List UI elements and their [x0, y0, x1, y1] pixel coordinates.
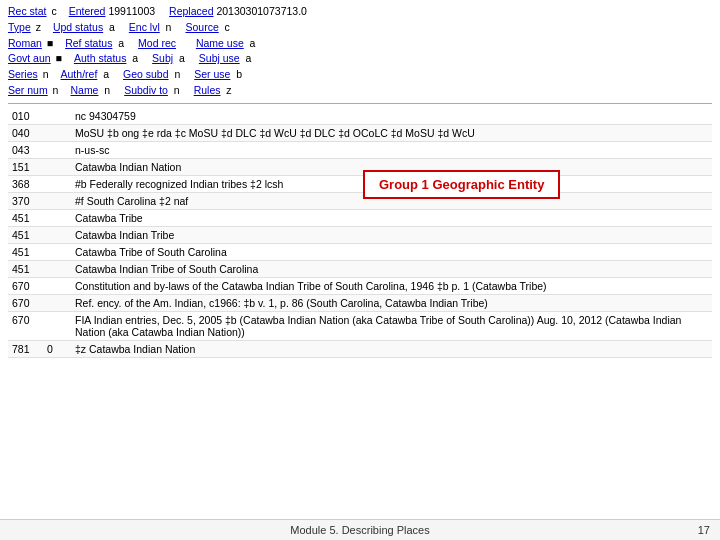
- table-row: 670Constitution and by-laws of the Cataw…: [8, 277, 712, 294]
- roman-cell: Roman ■: [8, 36, 53, 52]
- table-row: 670Ref. ency. of the Am. Indian, c1966: …: [8, 294, 712, 311]
- type-label[interactable]: Type: [8, 20, 31, 36]
- tag-cell: 670: [8, 277, 43, 294]
- govt-aun-value: ■: [53, 51, 62, 67]
- data-rows-section: 010nc 94304759040MoSU ‡b ong ‡e rda ‡c M…: [8, 108, 712, 358]
- divider: [8, 103, 712, 104]
- ser-num-label[interactable]: Ser num: [8, 83, 48, 99]
- auth-ref-value: a: [100, 68, 109, 80]
- enc-lvl-label[interactable]: Enc lvl: [129, 21, 160, 33]
- content-cell: ‡z Catawba Indian Nation: [71, 340, 712, 357]
- content-cell: Catawba Indian Tribe: [71, 226, 712, 243]
- main-container: Rec stat c Entered 19911003 Replaced 201…: [0, 0, 720, 540]
- subj-cell: Subj a: [152, 51, 185, 67]
- replaced-cell: Replaced 20130301073713.0: [169, 4, 307, 20]
- subdiv-to-label[interactable]: Subdiv to: [124, 84, 168, 96]
- roman-value: ■: [44, 36, 53, 52]
- source-cell: Source c: [185, 20, 229, 36]
- ind1-cell: [43, 175, 57, 192]
- auth-status-value: a: [129, 52, 138, 64]
- content-cell: Constitution and by-laws of the Catawba …: [71, 277, 712, 294]
- ref-status-label[interactable]: Ref status: [65, 37, 112, 49]
- entered-cell: Entered 19911003: [69, 4, 155, 20]
- subdiv-to-value: n: [171, 84, 180, 96]
- rec-stat-label[interactable]: Rec stat: [8, 4, 47, 20]
- source-label[interactable]: Source: [185, 21, 218, 33]
- rules-label[interactable]: Rules: [194, 84, 221, 96]
- table-row: 040MoSU ‡b ong ‡e rda ‡c MoSU ‡d DLC ‡d …: [8, 124, 712, 141]
- table-row: 451Catawba Tribe of South Carolina: [8, 243, 712, 260]
- ind1-cell: [43, 243, 57, 260]
- series-label[interactable]: Series: [8, 67, 38, 83]
- ind2-cell: [57, 141, 71, 158]
- ind2-cell: [57, 277, 71, 294]
- tag-cell: 670: [8, 294, 43, 311]
- meta-row-5: Series n Auth/ref a Geo subd n Ser use b: [8, 67, 712, 83]
- subdiv-to-cell: Subdiv to n: [124, 83, 179, 99]
- subj-label[interactable]: Subj: [152, 52, 173, 64]
- table-row: 151Catawba Indian Nation: [8, 158, 712, 175]
- ind2-cell: [57, 243, 71, 260]
- ind2-cell: [57, 124, 71, 141]
- name-use-cell: Name use a: [196, 36, 256, 52]
- ser-use-cell: Ser use b: [194, 67, 242, 83]
- replaced-value: 20130301073713.0: [216, 5, 307, 17]
- upd-status-label[interactable]: Upd status: [53, 21, 103, 33]
- ind1-cell: [43, 209, 57, 226]
- footer-right: 17: [630, 524, 710, 536]
- subj-use-value: a: [243, 52, 252, 64]
- subj-use-cell: Subj use a: [199, 51, 252, 67]
- tag-cell: 781: [8, 340, 43, 357]
- tag-cell: 451: [8, 260, 43, 277]
- tag-cell: 670: [8, 311, 43, 340]
- entered-label[interactable]: Entered: [69, 5, 106, 17]
- table-row: 451Catawba Indian Tribe: [8, 226, 712, 243]
- govt-aun-cell: Govt aun ■: [8, 51, 62, 67]
- ind1-cell: [43, 294, 57, 311]
- roman-label[interactable]: Roman: [8, 36, 42, 52]
- table-row: 451Catawba Tribe: [8, 209, 712, 226]
- govt-aun-label[interactable]: Govt aun: [8, 51, 51, 67]
- geo-subd-label[interactable]: Geo subd: [123, 68, 169, 80]
- auth-status-label[interactable]: Auth status: [74, 52, 127, 64]
- ser-use-label[interactable]: Ser use: [194, 68, 230, 80]
- upd-status-cell: Upd status a: [53, 20, 115, 36]
- content-cell: MoSU ‡b ong ‡e rda ‡c MoSU ‡d DLC ‡d WcU…: [71, 124, 712, 141]
- group-geographic-entity-tooltip: Group 1 Geographic Entity: [363, 170, 560, 199]
- geo-subd-value: n: [171, 68, 180, 80]
- ind1-cell: [43, 260, 57, 277]
- rules-value: z: [223, 84, 231, 96]
- meta-row-6: Ser num n Name n Subdiv to n Rules z: [8, 83, 712, 99]
- name-use-label[interactable]: Name use: [196, 37, 244, 49]
- name-label[interactable]: Name: [70, 84, 98, 96]
- table-row: 043n-us-sc: [8, 141, 712, 158]
- ind1-cell: 0: [43, 340, 57, 357]
- auth-ref-label[interactable]: Auth/ref: [61, 68, 98, 80]
- ref-status-value: a: [115, 37, 124, 49]
- entered-value: 19911003: [108, 5, 155, 17]
- ind1-cell: [43, 124, 57, 141]
- ser-use-value: b: [233, 68, 242, 80]
- tag-cell: 368: [8, 175, 43, 192]
- type-value: z: [33, 20, 41, 36]
- tag-cell: 040: [8, 124, 43, 141]
- table-row: 010nc 94304759: [8, 108, 712, 125]
- rec-stat-value: c: [49, 4, 57, 20]
- ind2-cell: [57, 294, 71, 311]
- ser-num-value: n: [50, 83, 59, 99]
- mod-rec-value: [179, 37, 182, 49]
- mod-rec-label[interactable]: Mod rec: [138, 37, 176, 49]
- table-row: 370#f South Carolina ‡2 naf: [8, 192, 712, 209]
- ind1-cell: [43, 192, 57, 209]
- enc-lvl-cell: Enc lvl n: [129, 20, 172, 36]
- subj-use-label[interactable]: Subj use: [199, 52, 240, 64]
- series-cell: Series n: [8, 67, 49, 83]
- ind2-cell: [57, 209, 71, 226]
- series-value: n: [40, 67, 49, 83]
- replaced-label[interactable]: Replaced: [169, 5, 213, 17]
- tag-cell: 010: [8, 108, 43, 125]
- subj-value: a: [176, 52, 185, 64]
- footer: Module 5. Describing Places 17: [0, 519, 720, 540]
- enc-lvl-value: n: [163, 21, 172, 33]
- table-row: 451Catawba Indian Tribe of South Carolin…: [8, 260, 712, 277]
